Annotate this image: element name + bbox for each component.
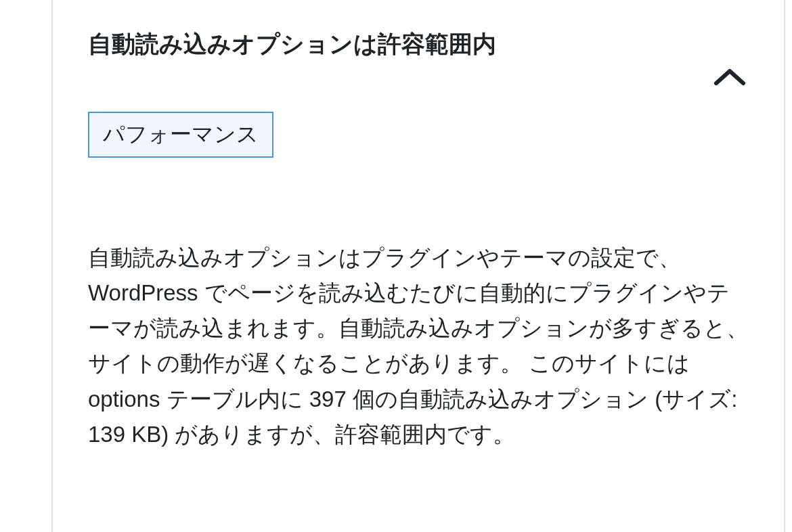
- panel-header: 自動読み込みオプションは許容範囲内: [88, 27, 749, 91]
- chevron-up-icon: [709, 64, 750, 91]
- collapse-button[interactable]: [709, 64, 750, 91]
- performance-badge: パフォーマンス: [88, 112, 273, 158]
- health-check-panel: 自動読み込みオプションは許容範囲内 パフォーマンス 自動読み込みオプションはプラ…: [51, 0, 785, 532]
- panel-description: 自動読み込みオプションはプラグインやテーマの設定で、WordPress でページ…: [88, 240, 749, 452]
- panel-title: 自動読み込みオプションは許容範囲内: [88, 27, 496, 60]
